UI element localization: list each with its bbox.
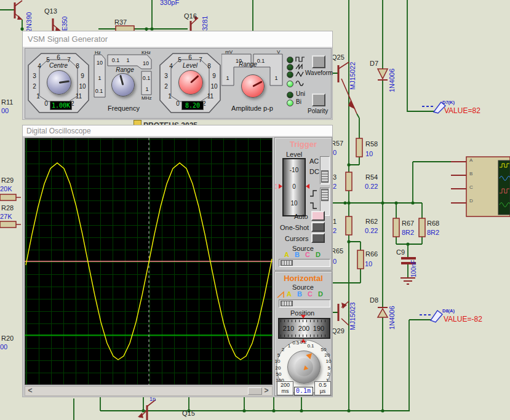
ramp-source-icon — [277, 291, 285, 298]
square-wave-led — [287, 57, 293, 63]
hz-unit-label: Hz — [95, 50, 101, 55]
part-number-1n4006-d8: 1N4006 — [389, 294, 396, 330]
scroll-thumb[interactable] — [248, 387, 262, 395]
timebase-tick: 0.2 — [300, 339, 306, 345]
scope-pin-c: C — [469, 185, 473, 191]
amplitude-range-knob-pointer — [252, 81, 262, 87]
centre-lcd: 1.00K — [50, 101, 72, 110]
timebase-tick: 50 — [321, 347, 327, 352]
range-tick: 1 — [226, 75, 229, 81]
cursors-button[interactable] — [311, 233, 325, 243]
scroll-left-button[interactable]: < — [26, 387, 34, 395]
ref-r20: R20 — [1, 335, 14, 342]
trigger-source-slider[interactable] — [279, 259, 330, 267]
dial-tick: 10 — [79, 83, 86, 90]
us-range-tab: 0.5 µs — [314, 381, 331, 395]
horizontal-source-slider[interactable] — [279, 299, 330, 307]
dial-tick: 1 — [36, 93, 40, 100]
bi-polarity-led — [287, 100, 293, 106]
ref-r28: R28 — [1, 204, 14, 212]
trigger-level-arrows-icon[interactable]: ↕ — [274, 180, 279, 191]
frequency-caption: Frequency — [108, 105, 140, 112]
timebase-tick: 5 — [328, 365, 330, 371]
trigger-level-label: Level — [286, 151, 302, 158]
part-number-mj15022: MJ15022 — [349, 54, 356, 90]
gauge-marker-right — [306, 184, 309, 189]
scope-scrollbar[interactable] — [25, 386, 273, 396]
coupling-switch-thumb[interactable] — [321, 170, 329, 183]
amplitude-range-knob[interactable] — [241, 74, 265, 98]
scroll-right-button[interactable]: > — [262, 387, 271, 395]
trigger-section-title: Trigger — [290, 140, 317, 149]
sawtooth-wave-led — [287, 64, 293, 71]
range-tick: 0.1 — [143, 75, 151, 81]
dial-tick: 2 — [33, 83, 36, 90]
value-r20: 00 — [0, 343, 7, 351]
cursors-label: Cursors — [285, 235, 309, 242]
value-c9: 100nF — [411, 250, 417, 277]
part-number-2n390: 2N390 — [26, 1, 33, 32]
part-number-e350: E350 — [62, 10, 68, 31]
horizontal-source-b[interactable]: B — [297, 290, 302, 298]
trigger-source-b[interactable]: B — [295, 251, 300, 258]
diode-d7[interactable] — [378, 69, 388, 80]
horizontal-source-slider-thumb[interactable] — [281, 301, 293, 306]
ref-q16: Q16 — [184, 12, 197, 20]
ref-r58: R58 — [365, 140, 378, 148]
waveform-button[interactable] — [312, 55, 325, 68]
value-330pf: 330pF — [160, 0, 179, 6]
probe-d8a[interactable] — [420, 311, 442, 322]
signal-generator-titlebar[interactable]: VSM Signal Generator — [23, 31, 332, 47]
ground-symbol — [400, 278, 415, 284]
horizontal-source-d[interactable]: D — [318, 290, 323, 298]
auto-button[interactable] — [311, 211, 325, 221]
gauge-tick: 10 — [290, 200, 297, 207]
value-r29: 20K — [0, 185, 12, 192]
value-r58: 10 — [365, 150, 373, 157]
trigger-source-c[interactable]: C — [305, 251, 310, 258]
diode-d8[interactable] — [378, 307, 388, 317]
ms-range-tab: 200 ms — [277, 381, 293, 395]
polarity-button-label: Polarity — [308, 108, 328, 114]
level-lcd: 8.20 — [181, 101, 204, 110]
one-shot-button[interactable] — [311, 222, 325, 232]
trigger-source-slider-thumb[interactable] — [281, 260, 293, 266]
frequency-range-knob[interactable] — [111, 73, 135, 97]
position-tick: 190 — [313, 325, 324, 332]
dial-tick: 4 — [38, 63, 41, 69]
dial-tick: 6 — [57, 54, 60, 61]
scope-pin-a: A — [469, 158, 472, 164]
sawtooth-wave-icon — [295, 63, 305, 70]
trigger-source-d[interactable]: D — [316, 251, 321, 258]
level-knob[interactable] — [178, 70, 203, 95]
polarity-button[interactable] — [312, 93, 325, 106]
timebase-tick: 50 — [276, 371, 282, 377]
edge-switch-thumb[interactable] — [321, 189, 329, 201]
centre-knob[interactable] — [47, 70, 71, 95]
sine-wave-led — [287, 81, 293, 87]
scope-pin-d: D — [469, 199, 473, 204]
value-r53-fragment: 2 — [333, 183, 337, 190]
falling-edge-icon — [309, 201, 318, 210]
oscilloscope-titlebar[interactable]: Digital Oscilloscope — [23, 125, 332, 137]
value-r57: 0 — [333, 149, 337, 156]
horizontal-source-c[interactable]: C — [308, 290, 313, 298]
dial-tick: 8 — [76, 63, 79, 69]
dial-tick: 0 — [44, 100, 48, 107]
ref-c9: C9 — [396, 248, 405, 256]
timebase-tick: 2 — [282, 347, 284, 352]
ref-r29: R29 — [1, 176, 14, 184]
horizontal-source-a[interactable]: A — [287, 290, 292, 298]
value-r66: 10 — [365, 260, 372, 267]
auto-label: Auto — [294, 213, 308, 220]
waveform-button-label: Waveform — [305, 69, 333, 76]
dial-tick: 7 — [199, 57, 202, 63]
part-number-mj15023: MJ15023 — [349, 295, 356, 330]
range-tick: 0.1 — [112, 57, 120, 63]
range-tick: 1 — [145, 86, 148, 92]
trigger-source-a[interactable]: A — [284, 251, 289, 258]
one-shot-label: One-Shot — [280, 224, 309, 231]
oscilloscope-component[interactable] — [451, 157, 510, 216]
dial-tick: 3 — [164, 73, 168, 79]
timebase-tick: 1 — [288, 343, 290, 349]
